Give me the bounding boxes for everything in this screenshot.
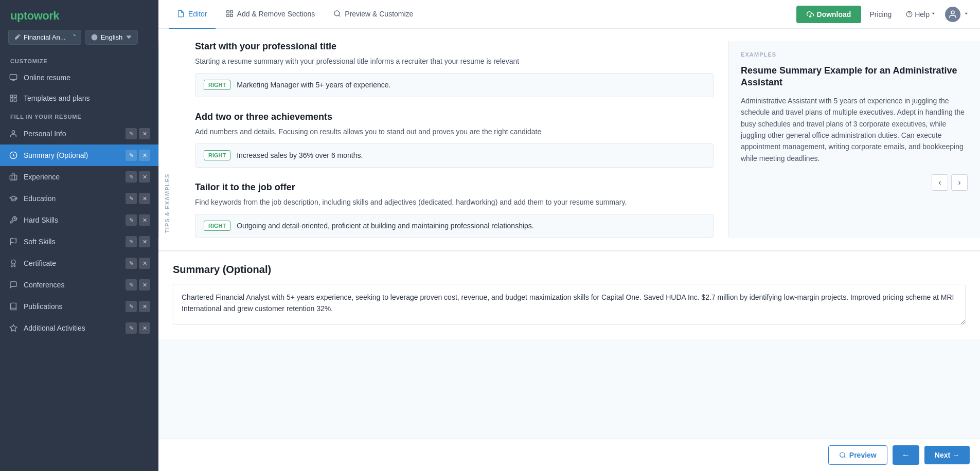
edit-section-btn[interactable]: ✎ xyxy=(126,258,137,269)
bottom-bar: Preview ← Next → xyxy=(158,439,980,471)
sidebar-item-conferences[interactable]: Conferences ✎ ✕ xyxy=(0,274,158,296)
preview-label: Preview xyxy=(849,451,877,459)
remove-section-btn[interactable]: ✕ xyxy=(139,301,150,312)
remove-section-btn[interactable]: ✕ xyxy=(139,236,150,247)
sidebar-item-personal-info[interactable]: Personal Info ✎ ✕ xyxy=(0,123,158,144)
download-label: Download xyxy=(817,10,851,19)
layout-icon xyxy=(8,93,19,103)
svg-marker-13 xyxy=(10,324,16,331)
sidebar-item-label: Templates and plans xyxy=(24,94,150,102)
user-avatar[interactable] xyxy=(945,7,960,22)
remove-section-btn[interactable]: ✕ xyxy=(139,279,150,291)
back-button[interactable]: ← xyxy=(893,445,919,465)
summary-section: Summary (Optional) Chartered Financial A… xyxy=(158,251,980,339)
example-navigation: ‹ › xyxy=(741,174,968,191)
sidebar-item-online-resume[interactable]: Online resume xyxy=(0,67,158,88)
remove-section-btn[interactable]: ✕ xyxy=(139,214,150,226)
star2-icon xyxy=(8,323,19,333)
tip-text-2: Add numbers and details. Focusing on res… xyxy=(195,126,714,137)
tool-icon xyxy=(8,215,19,225)
example-next-button[interactable]: › xyxy=(951,174,968,191)
user-chevron-icon[interactable] xyxy=(965,12,970,17)
certificate-icon xyxy=(8,258,19,268)
flag-icon xyxy=(8,237,19,247)
example-prev-button[interactable]: ‹ xyxy=(932,174,948,191)
edit-section-btn[interactable]: ✎ xyxy=(126,171,137,183)
edit-section-btn[interactable]: ✎ xyxy=(126,322,137,334)
brand-logo: uptowork xyxy=(0,0,158,30)
sidebar-item-soft-skills[interactable]: Soft Skills ✎ ✕ xyxy=(0,231,158,252)
help-link[interactable]: Help xyxy=(900,10,943,19)
monitor-icon xyxy=(8,73,19,83)
sidebar-item-experience[interactable]: Experience ✎ ✕ xyxy=(0,166,158,188)
example-text: Administrative Assistant with 5 years of… xyxy=(741,95,968,164)
brand-part1: upto xyxy=(10,9,34,22)
sidebar-item-label: Summary (Optional) xyxy=(24,151,120,159)
tip-heading-3: Tailor it to the job offer xyxy=(195,182,714,193)
tab-editor[interactable]: Editor xyxy=(169,0,216,29)
summary-textarea[interactable]: Chartered Financial Analyst with 5+ year… xyxy=(173,284,966,325)
right-badge-1: RIGHT xyxy=(204,80,230,90)
tips-panel: TIPS & EXAMPLES Start with your professi… xyxy=(158,29,980,251)
sidebar-item-hard-skills[interactable]: Hard Skills ✎ ✕ xyxy=(0,209,158,231)
sidebar-item-publications[interactable]: Publications ✎ ✕ xyxy=(0,296,158,317)
tab-add-remove-label: Add & Remove Sections xyxy=(237,10,315,18)
pricing-link[interactable]: Pricing xyxy=(863,10,898,19)
star-icon xyxy=(8,150,19,160)
sidebar-item-label: Soft Skills xyxy=(24,238,120,246)
remove-section-btn[interactable]: ✕ xyxy=(139,322,150,334)
tab-add-remove[interactable]: Add & Remove Sections xyxy=(218,0,324,29)
remove-section-btn[interactable]: ✕ xyxy=(139,128,150,139)
sidebar-item-education[interactable]: Education ✎ ✕ xyxy=(0,188,158,209)
edit-section-btn[interactable]: ✎ xyxy=(126,279,137,291)
next-button[interactable]: Next → xyxy=(924,446,970,464)
svg-point-24 xyxy=(840,452,845,457)
remove-section-btn[interactable]: ✕ xyxy=(139,258,150,269)
sidebar-toolbar: Financial An... English xyxy=(0,30,158,53)
language-label: English xyxy=(101,33,123,41)
download-button[interactable]: Download xyxy=(796,6,862,23)
sidebar-item-certificate[interactable]: Certificate ✎ ✕ xyxy=(0,252,158,274)
example-title: Resume Summary Example for an Administra… xyxy=(741,65,968,89)
tip-heading-2: Add two or three achievements xyxy=(195,112,714,122)
tip-example-1: RIGHT Marketing Manager with 5+ years of… xyxy=(195,73,714,97)
briefcase-icon xyxy=(8,172,19,182)
remove-section-btn[interactable]: ✕ xyxy=(139,171,150,183)
svg-point-18 xyxy=(334,11,340,16)
tab-preview-label: Preview & Customize xyxy=(345,10,413,18)
svg-rect-17 xyxy=(226,14,228,16)
svg-point-8 xyxy=(12,131,14,133)
edit-section-btn[interactable]: ✎ xyxy=(126,193,137,204)
right-badge-3: RIGHT xyxy=(204,221,230,231)
sidebar-item-templates[interactable]: Templates and plans xyxy=(0,88,158,108)
sidebar-item-additional[interactable]: Additional Activities ✎ ✕ xyxy=(0,317,158,339)
edit-section-btn[interactable]: ✎ xyxy=(126,128,137,139)
tip-example-2: RIGHT Increased sales by 36% over 6 mont… xyxy=(195,143,714,168)
remove-section-btn[interactable]: ✕ xyxy=(139,193,150,204)
svg-line-19 xyxy=(339,15,341,16)
edit-section-btn[interactable]: ✎ xyxy=(126,236,137,247)
remove-section-btn[interactable]: ✕ xyxy=(139,150,150,161)
sidebar-item-summary[interactable]: Summary (Optional) ✎ ✕ xyxy=(0,144,158,166)
tip-text-3: Find keywords from the job description, … xyxy=(195,197,714,208)
graduation-icon xyxy=(8,193,19,204)
next-label: Next → xyxy=(935,451,959,459)
svg-rect-15 xyxy=(230,11,232,13)
tip-example-3: RIGHT Outgoing and detail-oriented, prof… xyxy=(195,214,714,238)
tip-section-1: Start with your professional title Start… xyxy=(195,41,714,97)
edit-section-btn[interactable]: ✎ xyxy=(126,301,137,312)
fill-section-label: FILL IN YOUR RESUME xyxy=(0,108,158,123)
sidebar: uptowork Financial An... English CUSTOMI… xyxy=(0,0,158,471)
item-actions: ✎ ✕ xyxy=(126,150,150,161)
tab-preview[interactable]: Preview & Customize xyxy=(325,0,421,29)
preview-button[interactable]: Preview xyxy=(828,445,887,465)
right-text-1: Marketing Manager with 5+ years of exper… xyxy=(237,80,390,90)
svg-line-25 xyxy=(844,457,846,458)
language-button[interactable]: English xyxy=(85,30,138,45)
edit-section-btn[interactable]: ✎ xyxy=(126,150,137,161)
chat-icon xyxy=(8,280,19,290)
top-nav: Editor Add & Remove Sections Preview & C… xyxy=(158,0,980,29)
right-text-2: Increased sales by 36% over 6 months. xyxy=(237,150,363,161)
filename-button[interactable]: Financial An... xyxy=(8,30,81,45)
edit-section-btn[interactable]: ✎ xyxy=(126,214,137,226)
